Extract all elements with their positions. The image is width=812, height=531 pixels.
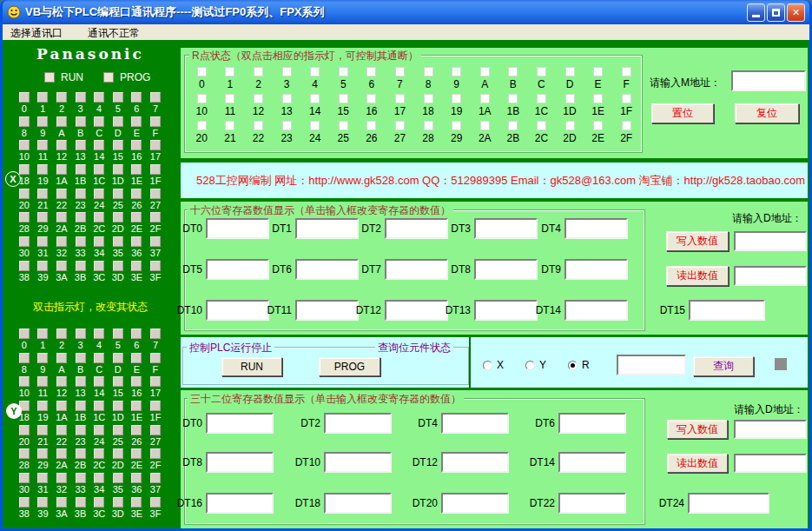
register-input[interactable] [206, 413, 274, 434]
indicator-lamp[interactable] [150, 497, 161, 508]
r-indicator-lamp[interactable] [366, 67, 376, 76]
indicator-lamp[interactable] [37, 473, 48, 483]
indicator-lamp[interactable] [150, 425, 161, 435]
indicator-lamp[interactable] [94, 236, 104, 247]
register-input[interactable] [441, 452, 509, 473]
indicator-lamp[interactable] [76, 140, 86, 150]
register-input[interactable] [441, 413, 509, 434]
indicator-lamp[interactable] [37, 401, 48, 411]
indicator-lamp[interactable] [131, 92, 142, 103]
indicator-lamp[interactable] [56, 376, 67, 387]
r-indicator-lamp[interactable] [395, 121, 405, 130]
r-indicator-lamp[interactable] [225, 121, 234, 130]
register-input[interactable] [441, 493, 509, 514]
r-indicator-lamp[interactable] [508, 94, 518, 103]
prog-indicator-lamp[interactable] [103, 72, 114, 83]
indicator-lamp[interactable] [131, 212, 142, 222]
indicator-lamp[interactable] [37, 425, 48, 435]
r-indicator-lamp[interactable] [225, 94, 234, 103]
r-indicator-lamp[interactable] [537, 94, 546, 103]
plc-run-button[interactable]: RUN [221, 357, 282, 376]
r-indicator-lamp[interactable] [622, 94, 631, 103]
r-indicator-lamp[interactable] [282, 67, 292, 76]
indicator-lamp[interactable] [131, 261, 142, 271]
register-input[interactable] [206, 493, 274, 514]
indicator-lamp[interactable] [56, 261, 67, 271]
indicator-lamp[interactable] [19, 425, 30, 435]
indicator-lamp[interactable] [94, 353, 104, 363]
radio-y[interactable]: Y [525, 359, 546, 371]
indicator-lamp[interactable] [131, 497, 142, 508]
indicator-lamp[interactable] [37, 376, 48, 387]
register-input[interactable] [558, 452, 626, 473]
indicator-lamp[interactable] [131, 116, 142, 127]
indicator-lamp[interactable] [150, 401, 161, 411]
indicator-lamp[interactable] [37, 261, 48, 271]
indicator-lamp[interactable] [94, 189, 104, 199]
indicator-lamp[interactable] [150, 353, 161, 363]
r-indicator-lamp[interactable] [424, 121, 433, 130]
indicator-lamp[interactable] [56, 448, 67, 459]
register-input[interactable] [564, 218, 628, 239]
r-indicator-lamp[interactable] [282, 121, 292, 130]
indicator-lamp[interactable] [19, 261, 30, 271]
indicator-lamp[interactable] [150, 116, 161, 127]
r-indicator-lamp[interactable] [622, 121, 631, 130]
indicator-lamp[interactable] [150, 92, 161, 103]
r-indicator-lamp[interactable] [565, 94, 575, 103]
indicator-lamp[interactable] [19, 353, 30, 363]
indicator-lamp[interactable] [150, 261, 161, 271]
indicator-lamp[interactable] [131, 236, 142, 247]
indicator-lamp[interactable] [56, 212, 67, 222]
indicator-lamp[interactable] [37, 329, 48, 339]
r-indicator-lamp[interactable] [480, 121, 490, 130]
indicator-lamp[interactable] [56, 401, 67, 411]
indicator-lamp[interactable] [37, 92, 48, 103]
r-indicator-lamp[interactable] [310, 94, 320, 103]
r-indicator-lamp[interactable] [310, 67, 320, 76]
indicator-lamp[interactable] [56, 189, 67, 199]
indicator-lamp[interactable] [56, 236, 67, 247]
register-input[interactable] [474, 300, 538, 321]
register-input[interactable] [564, 259, 628, 280]
register-input[interactable] [324, 493, 392, 514]
r-indicator-lamp[interactable] [452, 67, 461, 76]
indicator-lamp[interactable] [56, 425, 67, 435]
register-input[interactable] [474, 218, 538, 239]
indicator-lamp[interactable] [37, 116, 48, 127]
r-indicator-lamp[interactable] [366, 94, 376, 103]
reg32-read-address-input[interactable] [734, 454, 807, 473]
indicator-lamp[interactable] [76, 236, 86, 247]
indicator-lamp[interactable] [131, 425, 142, 435]
r-indicator-lamp[interactable] [537, 121, 546, 130]
indicator-lamp[interactable] [19, 212, 30, 222]
indicator-lamp[interactable] [37, 140, 48, 150]
indicator-lamp[interactable] [76, 261, 86, 271]
indicator-lamp[interactable] [37, 353, 48, 363]
indicator-lamp[interactable] [76, 473, 86, 483]
indicator-lamp[interactable] [94, 261, 104, 271]
indicator-lamp[interactable] [150, 236, 161, 247]
reg16-write-button[interactable]: 写入数值 [666, 231, 729, 251]
register-input[interactable] [324, 413, 392, 434]
indicator-lamp[interactable] [19, 376, 30, 387]
set-button[interactable]: 置位 [651, 103, 714, 123]
r-indicator-lamp[interactable] [339, 121, 348, 130]
radio-x[interactable]: X [483, 359, 504, 371]
register-input[interactable] [206, 300, 269, 321]
register-input[interactable] [385, 218, 448, 239]
indicator-lamp[interactable] [37, 236, 48, 247]
indicator-lamp[interactable] [19, 140, 30, 150]
r-indicator-lamp[interactable] [254, 94, 263, 103]
indicator-lamp[interactable] [150, 376, 161, 387]
reg32-write-button[interactable]: 写入数值 [667, 420, 728, 439]
indicator-lamp[interactable] [19, 236, 30, 247]
indicator-lamp[interactable] [19, 164, 30, 175]
register-input[interactable] [295, 218, 359, 239]
indicator-lamp[interactable] [94, 448, 104, 459]
indicator-lamp[interactable] [56, 497, 67, 508]
indicator-lamp[interactable] [94, 425, 104, 435]
indicator-lamp[interactable] [37, 164, 48, 175]
indicator-lamp[interactable] [113, 448, 123, 459]
indicator-lamp[interactable] [113, 164, 123, 175]
